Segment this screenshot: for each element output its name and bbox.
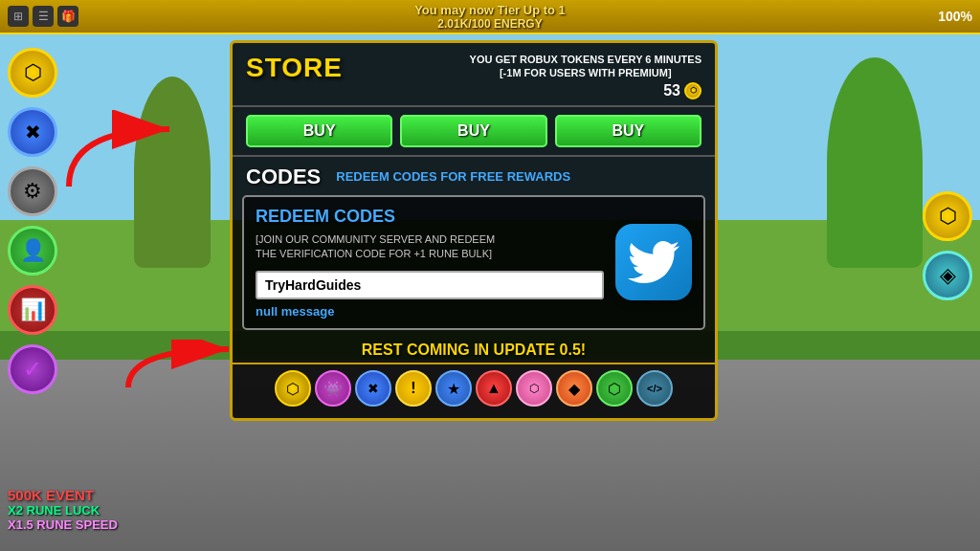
- tree-left: [134, 77, 211, 268]
- tree-right: [827, 57, 923, 268]
- sidebar-chart-button[interactable]: 📊: [8, 285, 57, 335]
- gift-icon[interactable]: 🎁: [57, 6, 78, 27]
- redeem-desc: [JOIN OUR COMMUNITY SERVER AND REDEEMTHE…: [256, 232, 604, 262]
- sidebar-settings-button[interactable]: ⚙: [8, 166, 57, 216]
- buy-row: BUY BUY BUY: [233, 107, 715, 157]
- progress-text: 100%: [938, 9, 972, 24]
- codes-label: CODES: [246, 165, 321, 189]
- sidebar-right: ⬡ ◈: [923, 191, 972, 300]
- main-panel: STORE YOU GET ROBUX TOKENS EVERY 6 MINUT…: [230, 40, 718, 421]
- twitter-bird-svg: [628, 236, 679, 288]
- sidebar-right-coin-button[interactable]: ⬡: [923, 191, 972, 241]
- store-header: STORE YOU GET ROBUX TOKENS EVERY 6 MINUT…: [233, 43, 715, 107]
- bottom-icon-row: ⬡ 👾 ✖ ! ★ ▲ ⬡ ◆ ⬡ </>: [233, 363, 715, 410]
- redeem-input[interactable]: [256, 271, 604, 299]
- bottom-icon-3[interactable]: ✖: [355, 370, 391, 407]
- menu-icon[interactable]: ☰: [33, 6, 54, 27]
- store-tokens: 53 ⬡: [470, 82, 702, 99]
- redeem-title: REDEEM CODES: [256, 207, 604, 227]
- event-label: 500K EVENT: [8, 487, 118, 503]
- store-title: STORE: [246, 53, 343, 83]
- redeem-left: REDEEM CODES [JOIN OUR COMMUNITY SERVER …: [256, 207, 604, 320]
- settings-icon: ⚙: [23, 179, 42, 204]
- right-coin-icon: ⬡: [939, 204, 957, 229]
- rune-speed-label: X1.5 RUNE SPEED: [8, 518, 118, 532]
- sidebar-coin-button[interactable]: ⬡: [8, 48, 57, 98]
- redeem-panel: REDEEM CODES [JOIN OUR COMMUNITY SERVER …: [242, 195, 705, 331]
- wrench-icon: ✖: [25, 121, 41, 143]
- buy-button-2[interactable]: BUY: [400, 115, 546, 147]
- bottom-icon-10[interactable]: </>: [636, 370, 673, 407]
- top-bar: ⊞ ☰ 🎁 You may now Tier Up to 1 2.01K/100…: [0, 0, 980, 34]
- store-info-right: YOU GET ROBUX TOKENS EVERY 6 MINUTES [-1…: [470, 53, 702, 99]
- sidebar-left: ⬡ ✖ ⚙ 👤 📊 ✓: [8, 48, 57, 394]
- chart-icon: 📊: [20, 298, 46, 322]
- sidebar-check-button[interactable]: ✓: [8, 344, 57, 394]
- codes-row: CODES REDEEM CODES FOR FREE REWARDS: [233, 157, 715, 195]
- coin-icon: ⬡: [24, 60, 42, 85]
- twitter-icon[interactable]: [615, 224, 692, 300]
- check-icon: ✓: [23, 356, 42, 383]
- top-bar-center: You may now Tier Up to 1 2.01K/100 ENERG…: [414, 3, 566, 31]
- rune-luck-label: X2 RUNE LUCK: [8, 503, 118, 518]
- right-diamond-icon: ◈: [940, 263, 956, 288]
- update-notice: REST COMING IN UPDATE 0.5!: [233, 338, 715, 363]
- token-icon: ⬡: [684, 82, 702, 99]
- null-message: null message: [256, 304, 604, 319]
- bottom-icon-8[interactable]: ◆: [556, 370, 592, 407]
- profile-icon: 👤: [20, 238, 46, 263]
- bottom-icon-7[interactable]: ⬡: [516, 370, 552, 407]
- sidebar-wrench-button[interactable]: ✖: [8, 107, 57, 157]
- home-icon[interactable]: ⊞: [8, 6, 29, 27]
- sidebar-right-diamond-button[interactable]: ◈: [923, 251, 972, 300]
- bottom-icon-4[interactable]: !: [395, 370, 432, 407]
- bottom-icon-6[interactable]: ▲: [476, 370, 512, 407]
- buy-button-1[interactable]: BUY: [246, 115, 392, 147]
- twitter-area: [615, 207, 692, 320]
- bottom-icon-2[interactable]: 👾: [315, 370, 351, 407]
- token-count: 53: [663, 82, 680, 99]
- codes-description: REDEEM CODES FOR FREE REWARDS: [336, 169, 570, 184]
- sidebar-profile-button[interactable]: 👤: [8, 226, 57, 276]
- tier-up-text: You may now Tier Up to 1: [414, 3, 566, 17]
- bottom-icon-9[interactable]: ⬡: [596, 370, 633, 407]
- event-text-container: 500K EVENT X2 RUNE LUCK X1.5 RUNE SPEED: [8, 487, 118, 532]
- bottom-icon-1[interactable]: ⬡: [275, 370, 311, 407]
- store-info-line1: YOU GET ROBUX TOKENS EVERY 6 MINUTES [-1…: [470, 53, 702, 80]
- top-bar-icons: ⊞ ☰ 🎁: [8, 6, 78, 27]
- buy-button-3[interactable]: BUY: [555, 115, 702, 147]
- energy-text: 2.01K/100 ENERGY: [414, 17, 566, 31]
- bottom-icon-5[interactable]: ★: [435, 370, 472, 407]
